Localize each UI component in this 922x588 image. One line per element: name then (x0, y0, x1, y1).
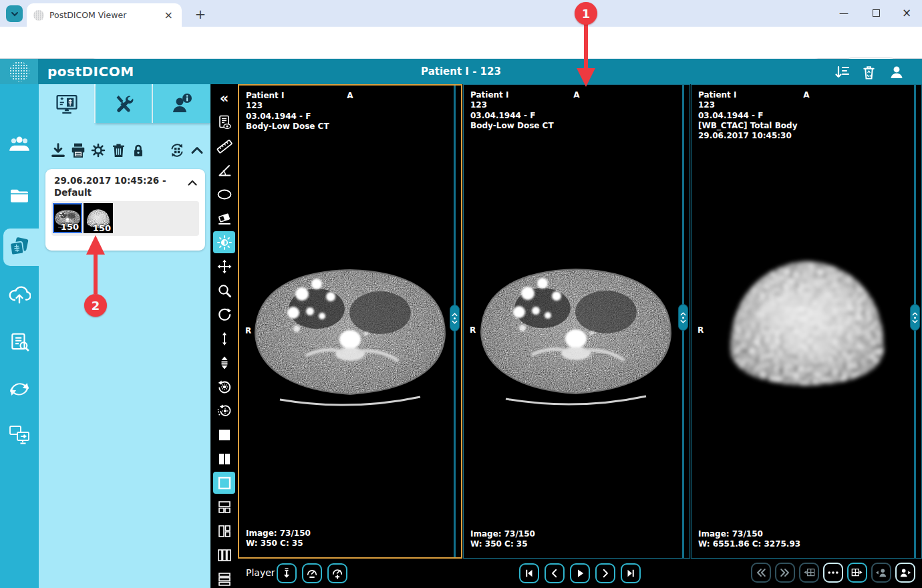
series-thumbnail-ct[interactable]: 150 (53, 203, 82, 233)
viewport-ct-active[interactable]: Patient I 123 03.04.1944 - F Body-Low Do… (238, 84, 462, 559)
sync-grid-icon (168, 142, 186, 159)
chevron-up-icon (680, 312, 686, 316)
first-image-button[interactable] (519, 563, 539, 583)
tab-tools[interactable] (96, 84, 153, 123)
tool-eraser[interactable] (213, 207, 235, 229)
tool-zoom[interactable] (213, 279, 235, 301)
patient-id: 123 (470, 100, 554, 110)
ct-axial-image[interactable] (250, 254, 450, 408)
next-patient-button[interactable] (895, 563, 915, 583)
tab-info[interactable] (153, 84, 210, 123)
pet-axial-image[interactable] (717, 251, 897, 391)
sidebar-item-transfer[interactable] (0, 420, 39, 449)
main-sidebar (0, 84, 39, 588)
step-2-arrow (82, 233, 109, 296)
previous-image-button[interactable] (545, 563, 565, 583)
image-scrollbar-handle[interactable] (678, 304, 688, 331)
study-browser-panel: 29.06.2017 10:45:26 - Default PT, CT - 1… (39, 84, 210, 588)
layout-current-button[interactable] (213, 472, 235, 494)
tab-viewer[interactable] (39, 84, 96, 123)
viewport-pet[interactable]: Patient I 123 03.04.1944 - F [WB_CTAC] T… (691, 84, 922, 559)
sort-series-button[interactable] (832, 63, 851, 82)
export-frames-button[interactable] (277, 563, 297, 583)
tool-rotate[interactable] (213, 303, 235, 325)
tool-report-view[interactable] (213, 111, 235, 133)
image-counter: Image: 73/150 (698, 529, 800, 540)
speed-increase-button[interactable] (327, 563, 347, 583)
layout-1left-2right-button[interactable] (213, 520, 235, 542)
delete-study-button[interactable] (108, 140, 128, 160)
image-scrollbar-handle[interactable] (450, 305, 460, 331)
tool-measure-angle[interactable] (213, 159, 235, 181)
recycle-bin-button[interactable] (859, 63, 878, 82)
speed-decrease-button[interactable] (302, 563, 322, 583)
series-sync-button[interactable] (167, 140, 187, 160)
fast-next-button[interactable] (775, 563, 795, 583)
download-study-button[interactable] (48, 140, 68, 160)
acquisition-datetime: 29.06.2017 10:45:30 (698, 131, 797, 141)
more-options-button[interactable] (823, 563, 843, 583)
user-icon (888, 63, 905, 81)
viewport-image-info: Image: 73/150 W: 6551.86 C: 3275.93 (698, 529, 800, 550)
window-close-button[interactable]: × (891, 0, 922, 25)
sidebar-item-share[interactable] (0, 374, 39, 404)
user-account-button[interactable] (887, 63, 906, 82)
image-counter: Image: 73/150 (470, 529, 535, 540)
orientation-marker-right: R (470, 325, 476, 335)
tool-cine-stack[interactable] (213, 351, 235, 374)
tool-ellipse-roi[interactable] (213, 183, 235, 205)
new-tab-button[interactable]: + (192, 5, 209, 23)
previous-layout-button[interactable] (799, 563, 819, 583)
sidebar-item-patients[interactable] (0, 129, 39, 158)
collapse-toolbar-button[interactable] (187, 140, 207, 160)
layout-3row-button[interactable] (213, 568, 235, 588)
window-minimize-button[interactable]: — (828, 0, 859, 25)
image-scrollbar-handle[interactable] (910, 304, 920, 331)
layout-1top-2bottom-button[interactable] (213, 496, 235, 518)
sidebar-item-worklist[interactable] (0, 327, 39, 357)
settings-button[interactable] (88, 140, 108, 160)
sidebar-item-folders[interactable] (0, 181, 39, 210)
tool-pan[interactable] (213, 255, 235, 277)
tool-scroll-images[interactable] (213, 327, 235, 349)
cloud-upload-icon (8, 284, 31, 304)
page-title: Patient I - 123 (0, 65, 922, 78)
chevron-down-icon (912, 319, 918, 323)
layout-1x2-button[interactable] (213, 448, 235, 470)
chevron-up-icon (190, 143, 204, 158)
play-button[interactable] (570, 563, 590, 583)
tool-measure-length[interactable] (213, 135, 235, 157)
lock-study-button[interactable] (128, 140, 148, 160)
ellipse-icon (216, 186, 233, 202)
tab-close-icon[interactable]: × (162, 9, 175, 21)
previous-patient-button[interactable] (871, 563, 891, 583)
print-button[interactable] (68, 140, 88, 160)
tool-auto-window[interactable] (213, 400, 235, 422)
speed-up-icon (331, 567, 344, 580)
sidebar-item-viewer[interactable] (0, 233, 39, 262)
fast-prev-button[interactable] (751, 563, 771, 583)
people-icon (8, 134, 31, 154)
tab-search-button[interactable] (6, 5, 23, 22)
tool-reset-transform[interactable] (213, 376, 235, 398)
export-frames-icon (280, 567, 293, 580)
study-collapse-button[interactable] (186, 177, 198, 189)
sidebar-item-upload[interactable] (0, 279, 39, 309)
window-maximize-button[interactable] (861, 0, 891, 25)
layout-3col-button[interactable] (213, 544, 235, 566)
collapse-panel-button[interactable]: « (213, 87, 235, 109)
play-icon (574, 567, 586, 579)
next-layout-button[interactable] (847, 563, 867, 583)
viewport-image-info: Image: 73/150 W: 350 C: 35 (470, 529, 535, 550)
ct-axial-image[interactable] (476, 253, 676, 407)
tool-window-level[interactable] (213, 231, 235, 253)
last-image-button[interactable] (621, 563, 641, 583)
pan-arrows-icon (216, 259, 233, 275)
viewport-ct[interactable]: Patient I 123 03.04.1944 - F Body-Low Do… (463, 84, 690, 559)
series-thumbnail-pet[interactable]: 150 (84, 203, 113, 233)
chevron-up-icon (912, 312, 918, 316)
next-image-button[interactable] (595, 563, 615, 583)
browser-tab[interactable]: PostDICOM Viewer × (27, 3, 182, 27)
study-card[interactable]: 29.06.2017 10:45:26 - Default PT, CT - 1… (45, 169, 205, 251)
layout-1x1-button[interactable] (213, 424, 235, 446)
